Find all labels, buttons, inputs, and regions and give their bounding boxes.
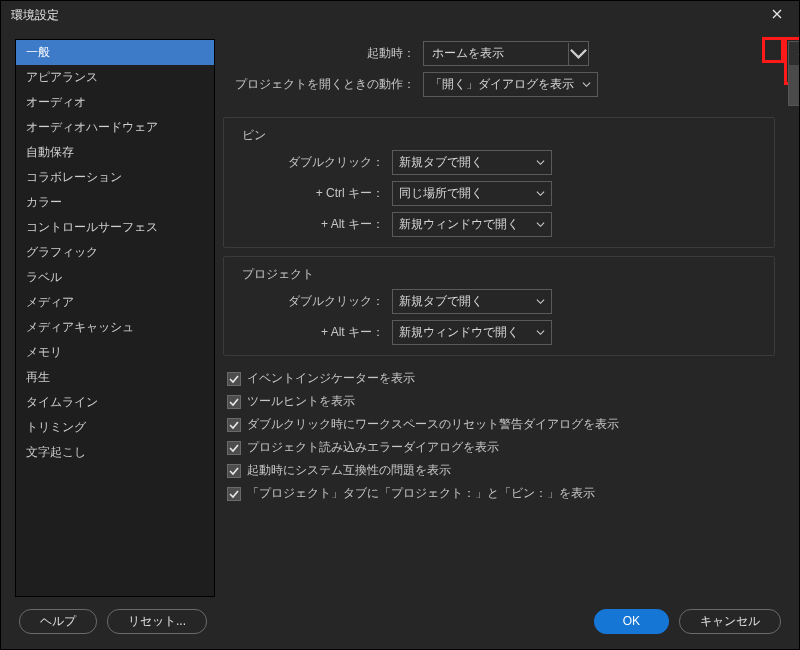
startup-label: 起動時： [223, 45, 415, 62]
chevron-down-icon [582, 78, 591, 92]
reset-button[interactable]: リセット... [107, 609, 207, 634]
checkbox-row[interactable]: ツールヒントを表示 [227, 393, 785, 410]
startup-select-value: ホームを表示 [424, 42, 568, 65]
proj-alt-label: + Alt キー： [234, 324, 384, 341]
checkbox-row[interactable]: イベントインジケーターを表示 [227, 370, 785, 387]
proj-alt-select[interactable]: 新規ウィンドウで開く [392, 320, 552, 345]
checkbox-label: プロジェクト読み込みエラーダイアログを表示 [247, 439, 499, 456]
sidebar-item[interactable]: カラー [16, 190, 214, 215]
checkbox-row[interactable]: 「プロジェクト」タブに「プロジェクト：」と「ビン：」を表示 [227, 485, 785, 502]
startup-dropdown-menu[interactable]: ホームを表示最新のプロジェクトを開く [788, 41, 799, 106]
checkbox-list: イベントインジケーターを表示ツールヒントを表示ダブルクリック時にワークスペースの… [223, 364, 785, 508]
sidebar-item[interactable]: 自動保存 [16, 140, 214, 165]
checkbox-label: 「プロジェクト」タブに「プロジェクト：」と「ビン：」を表示 [247, 485, 595, 502]
sidebar-item[interactable]: コラボレーション [16, 165, 214, 190]
chevron-down-icon [536, 218, 545, 232]
bin-ctrl-label: + Ctrl キー： [234, 185, 384, 202]
bin-group: ビン ダブルクリック： 新規タブで開く + Ctrl キー： 同じ場所で開く +… [223, 117, 775, 248]
bin-dblclick-select[interactable]: 新規タブで開く [392, 150, 552, 175]
help-button[interactable]: ヘルプ [19, 609, 97, 634]
checkbox-row[interactable]: ダブルクリック時にワークスペースのリセット警告ダイアログを表示 [227, 416, 785, 433]
sidebar-item[interactable]: メモリ [16, 340, 214, 365]
chevron-down-icon [536, 295, 545, 309]
sidebar-item[interactable]: 一般 [16, 40, 214, 65]
close-button[interactable] [761, 2, 793, 28]
sidebar-item[interactable]: メディア [16, 290, 214, 315]
titlebar: 環境設定 [1, 1, 799, 29]
preferences-window: 環境設定 一般アピアランスオーディオオーディオハードウェア自動保存コラボレーショ… [0, 0, 800, 650]
sidebar-item[interactable]: 再生 [16, 365, 214, 390]
dropdown-option[interactable]: ホームを表示 [789, 42, 799, 65]
sidebar-item[interactable]: トリミング [16, 415, 214, 440]
checkbox-row[interactable]: 起動時にシステム互換性の問題を表示 [227, 462, 785, 479]
sidebar-item[interactable]: 文字起こし [16, 440, 214, 465]
bin-group-title: ビン [238, 127, 270, 144]
checkbox-icon [227, 464, 241, 478]
sidebar-item[interactable]: アピアランス [16, 65, 214, 90]
general-panel: 起動時： ホームを表示 プロジェクトを開くときの動作： 「開く」ダイアログを表示 [223, 39, 785, 597]
proj-dblclick-select[interactable]: 新規タブで開く [392, 289, 552, 314]
bin-dblclick-label: ダブルクリック： [234, 154, 384, 171]
sidebar-item[interactable]: グラフィック [16, 240, 214, 265]
bin-ctrl-select[interactable]: 同じ場所で開く [392, 181, 552, 206]
category-sidebar[interactable]: 一般アピアランスオーディオオーディオハードウェア自動保存コラボレーションカラーコ… [15, 39, 215, 597]
ok-button[interactable]: OK [594, 609, 669, 634]
sidebar-item[interactable]: ラベル [16, 265, 214, 290]
open-project-label: プロジェクトを開くときの動作： [223, 76, 415, 93]
checkbox-label: ダブルクリック時にワークスペースのリセット警告ダイアログを表示 [247, 416, 619, 433]
check-icon [797, 49, 799, 59]
chevron-down-icon [536, 156, 545, 170]
open-project-value: 「開く」ダイアログを表示 [430, 76, 574, 93]
sidebar-item[interactable]: タイムライン [16, 390, 214, 415]
checkbox-label: 起動時にシステム互換性の問題を表示 [247, 462, 451, 479]
project-group: プロジェクト ダブルクリック： 新規タブで開く + Alt キー： 新規ウィンド… [223, 256, 775, 356]
open-project-select[interactable]: 「開く」ダイアログを表示 [423, 72, 598, 97]
checkbox-icon [227, 372, 241, 386]
sidebar-item[interactable]: オーディオハードウェア [16, 115, 214, 140]
chevron-down-icon [568, 43, 588, 65]
sidebar-item[interactable]: コントロールサーフェス [16, 215, 214, 240]
checkbox-row[interactable]: プロジェクト読み込みエラーダイアログを表示 [227, 439, 785, 456]
checkbox-icon [227, 395, 241, 409]
startup-select[interactable]: ホームを表示 [423, 41, 589, 66]
bin-alt-label: + Alt キー： [234, 216, 384, 233]
chevron-down-icon [536, 326, 545, 340]
close-icon [772, 8, 782, 22]
checkbox-icon [227, 487, 241, 501]
sidebar-item[interactable]: オーディオ [16, 90, 214, 115]
proj-dblclick-label: ダブルクリック： [234, 293, 384, 310]
checkbox-label: ツールヒントを表示 [247, 393, 355, 410]
project-group-title: プロジェクト [238, 266, 318, 283]
dropdown-option[interactable]: 最新のプロジェクトを開く [789, 65, 799, 105]
checkbox-icon [227, 441, 241, 455]
checkbox-label: イベントインジケーターを表示 [247, 370, 415, 387]
window-title: 環境設定 [11, 7, 59, 24]
dialog-footer: ヘルプ リセット... OK キャンセル [1, 603, 799, 649]
cancel-button[interactable]: キャンセル [679, 609, 781, 634]
chevron-down-icon [536, 187, 545, 201]
checkbox-icon [227, 418, 241, 432]
sidebar-item[interactable]: メディアキャッシュ [16, 315, 214, 340]
bin-alt-select[interactable]: 新規ウィンドウで開く [392, 212, 552, 237]
